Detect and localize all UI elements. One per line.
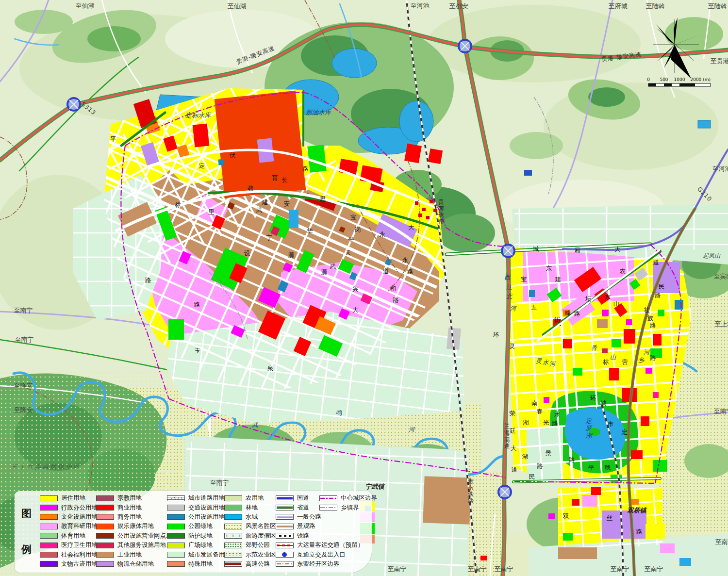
map-label: 定标水库 [185,112,212,119]
map-label: 至陆斡 [708,2,727,10]
map-label: 至南宁 [611,565,629,573]
map-label: 长 [281,176,288,183]
land-parcel [218,159,224,165]
land-parcel [558,547,597,559]
map-label: 武 [256,206,263,214]
planning-map-screenshot: 050010002000 (m) 至仙湖至仙湖至河池至都安至府城至陆斡至陆斡至贵… [0,0,728,576]
map-label: 景 [546,449,552,457]
map-label: 定 [622,428,628,436]
map-label: 源 [288,251,295,259]
map-label: 城 [533,245,539,252]
map-label: 至河池 [411,2,430,9]
legend-item: 互通立交及出入口 [276,550,364,559]
map-label: 至南宁 [15,336,34,343]
map-label: 至仙湖 [228,2,247,10]
legend-swatch-line [276,524,294,529]
land-parcel [591,487,601,495]
legend-item: 示范农业区 [224,550,276,559]
legend-swatch-fill [224,514,242,520]
legend-swatch-fill [167,533,185,539]
map-label: 至南宁 [388,565,407,573]
map-label: 宁 [266,234,273,241]
interchange-icon [276,552,294,558]
map-label: 泉 [267,364,274,372]
legend-item: 城市道路用地 [167,494,231,503]
legend-item: 公用设施营业网点用地 [96,531,178,541]
map-label: 永 [402,256,409,263]
legend-swatch-fill [40,495,58,501]
legend-item-label: 大运量客运交通（预留） [297,541,364,549]
legend-swatch-fill [96,552,114,558]
map-label: 教 [248,184,254,192]
map-label: 宁武镇 [365,483,386,490]
legend-swatch-fill [40,543,58,548]
legend-item: 行政办公用地 [40,503,98,512]
map-label: 五 [531,304,537,311]
legend-item-label: 旅游度假区 [246,532,276,540]
legend-item-label: 商务用地 [117,513,142,521]
map-label: 至都安 [449,2,468,10]
legend-item-label: 文化设施用地 [61,513,98,521]
legend-item-label: 示范农业区 [246,551,276,559]
land-parcel [653,334,662,346]
scale-tick-label: 1000 [674,77,685,82]
map-label: 至府城 [609,2,628,10]
land-parcel [423,476,471,524]
map-label: 宝 [521,276,527,283]
map-label: 路 [650,322,656,329]
legend-item-label: 互通立交及出入口 [297,551,346,559]
map-label: 光 [543,419,549,426]
legend-item-label: 商业用地 [117,504,142,512]
land-parcel [612,339,621,347]
map-label: 道 [383,267,389,275]
map-label: 路 [194,301,200,308]
legend-swatch-fill [96,561,114,567]
legend-item-label: 水域 [246,513,258,521]
map-label: 坛 [585,295,592,302]
land-parcel [631,450,643,459]
legend-item-label: 风景名胜区 [246,522,276,530]
map-label: 至仙湖 [76,2,95,9]
legend-swatch-fill [96,543,114,548]
map-label: 至南宁 [715,538,728,545]
map-label: 路 [393,296,399,304]
scale-tick-label: 0 [647,77,650,82]
map-label: 兴 [352,285,359,293]
land-parcel [544,397,549,403]
legend-item-label: 物流仓储用地 [117,560,154,568]
legend-item-label: 郊野公园 [246,541,270,549]
legend-title: 图 例 [19,491,36,573]
legend-item-label: 工业用地 [117,551,142,559]
map-label: 族 [647,314,654,322]
map-label: 江 [506,283,513,291]
map-label: 至贵港 [711,57,728,65]
map-label: 设 [244,249,250,257]
map-label: 路 [650,354,656,362]
land-parcel [563,339,572,348]
legend-item-label: 文物古迹用地 [61,560,98,568]
legend-item: 医疗卫生用地 [40,541,98,550]
scale-tick-label: 2000 (m) [690,77,711,82]
legend-swatch-fill [224,505,242,510]
legend-swatch-fill [167,543,185,548]
legend-swatch-fill [40,514,58,520]
legend-swatch-line [276,495,294,501]
map-label: 武 [330,263,336,270]
legend-item-label: 高速公路 [246,560,270,568]
legend-swatch-fill [96,524,114,529]
map-label: 至陆斡 [646,2,665,10]
map-label: 东 [605,293,611,300]
legend-item: 城市发展备用地 [167,550,231,559]
map-label: 灵 [536,357,542,364]
map-label: 路 [552,420,558,427]
legend-swatch-fill [40,524,58,529]
map-label: 营 [622,358,629,365]
legend-item: 林地 [224,503,276,512]
map-label: 定罗湖 [585,417,593,439]
map-label: 大 [614,246,621,253]
map-label: 兰海高速 [504,423,511,449]
map-label: 双桥镇 [627,507,648,514]
scale-bar [648,83,711,86]
map-label: 至宾阳 [714,273,728,280]
land-parcel [548,513,555,519]
